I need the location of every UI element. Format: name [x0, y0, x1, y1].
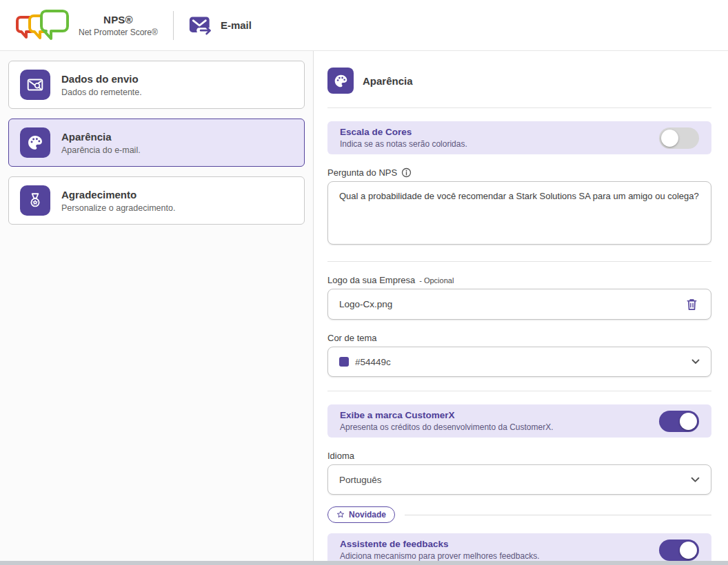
channel-label: E-mail [221, 19, 252, 31]
color-scale-row: Escala de Cores Indica se as notas serão… [327, 121, 711, 154]
send-mail-icon [189, 14, 214, 37]
toggle-knob [661, 130, 678, 147]
medal-icon [20, 185, 50, 216]
main-layout: Dados do envio Dados do remetente. Aparê… [0, 51, 728, 565]
novelty-badge-label: Novidade [349, 510, 386, 520]
language-value: Português [339, 475, 685, 485]
badge-divider-line [405, 515, 711, 515]
brand-title: Exibe a marca CustomerX [340, 410, 554, 420]
sidebar-item-dados-do-envio[interactable]: Dados do envio Dados do remetente. [8, 61, 305, 109]
theme-color-label: Cor de tema [327, 333, 377, 343]
sidebar-item-subtitle: Personalize o agradecimento. [61, 203, 175, 213]
nps-question-label: Pergunta do NPS [327, 167, 397, 178]
company-logo-label: Logo da sua Empresa [327, 275, 415, 285]
theme-color-select[interactable]: #54449c [327, 347, 711, 377]
palette-icon [327, 68, 354, 94]
delete-logo-button[interactable] [682, 295, 701, 314]
sidebar-item-subtitle: Aparência do e-mail. [61, 145, 141, 155]
novelty-badge: Novidade [327, 506, 395, 523]
assistant-subtitle: Adiciona mecanismo para prover melhores … [340, 551, 539, 561]
company-logo-label-row: Logo da sua Empresa - Opcional [327, 275, 711, 285]
header-divider [173, 11, 174, 40]
sidebar-item-title: Aparência [61, 131, 141, 143]
section-divider [327, 261, 711, 262]
toggle-knob [680, 413, 697, 430]
sidebar-item-subtitle: Dados do remetente. [61, 88, 142, 97]
language-label: Idioma [327, 451, 354, 461]
sidebar-item-title: Dados do envio [61, 73, 142, 85]
horizontal-scrollbar[interactable] [0, 561, 728, 565]
assistant-toggle[interactable] [659, 540, 699, 561]
brand-row: Exibe a marca CustomerX Apresenta os cré… [327, 404, 711, 438]
novelty-row: Novidade [327, 506, 711, 523]
color-scale-title: Escala de Cores [340, 127, 467, 137]
palette-icon [20, 127, 50, 158]
toggle-knob [680, 542, 697, 559]
chevron-down-icon [691, 359, 700, 364]
theme-color-value: #54449c [355, 357, 685, 367]
info-icon[interactable] [401, 167, 412, 178]
assistant-title: Assistente de feedbacks [340, 539, 539, 549]
star-icon [336, 511, 345, 519]
language-label-row: Idioma [327, 451, 711, 461]
language-select[interactable]: Português [327, 464, 711, 495]
mail-search-icon [20, 70, 50, 100]
brand-subtitle: Apresenta os créditos do desenvolvimento… [340, 422, 554, 432]
section-divider [327, 107, 711, 108]
trash-icon [685, 298, 698, 311]
app-logo-chat-bubbles-icon [14, 8, 69, 43]
company-logo-filename: Logo-Cx.png [339, 299, 682, 309]
nps-branding: NPS® Net Promoter Score® [79, 14, 158, 37]
sidebar-item-title: Agradecimento [61, 189, 175, 201]
channel-email[interactable]: E-mail [189, 14, 252, 37]
section-divider [327, 391, 711, 391]
panel-header: Aparência [327, 68, 711, 94]
nps-question-label-row: Pergunta do NPS [327, 167, 711, 178]
sidebar-item-agradecimento[interactable]: Agradecimento Personalize o agradeciment… [8, 176, 305, 225]
color-scale-toggle[interactable] [659, 127, 699, 149]
nps-question-input[interactable]: Qual a probabilidade de você recomendar … [327, 181, 711, 245]
optional-label: - Opcional [419, 276, 454, 285]
sidebar: Dados do envio Dados do remetente. Aparê… [0, 51, 314, 565]
sidebar-item-aparencia[interactable]: Aparência Aparência do e-mail. [8, 119, 305, 167]
page-title: Aparência [363, 75, 413, 87]
theme-color-swatch [339, 357, 349, 367]
company-logo-field[interactable]: Logo-Cx.png [327, 289, 711, 320]
chevron-down-icon [691, 477, 700, 483]
color-scale-subtitle: Indica se as notas serão coloridas. [340, 139, 467, 149]
nps-title: NPS® [79, 14, 158, 25]
appearance-panel: Aparência Escala de Cores Indica se as n… [314, 51, 728, 565]
nps-subtitle: Net Promoter Score® [79, 28, 158, 37]
theme-color-label-row: Cor de tema [327, 333, 711, 343]
app-header: NPS® Net Promoter Score® E-mail [0, 0, 728, 51]
brand-toggle[interactable] [659, 411, 699, 432]
